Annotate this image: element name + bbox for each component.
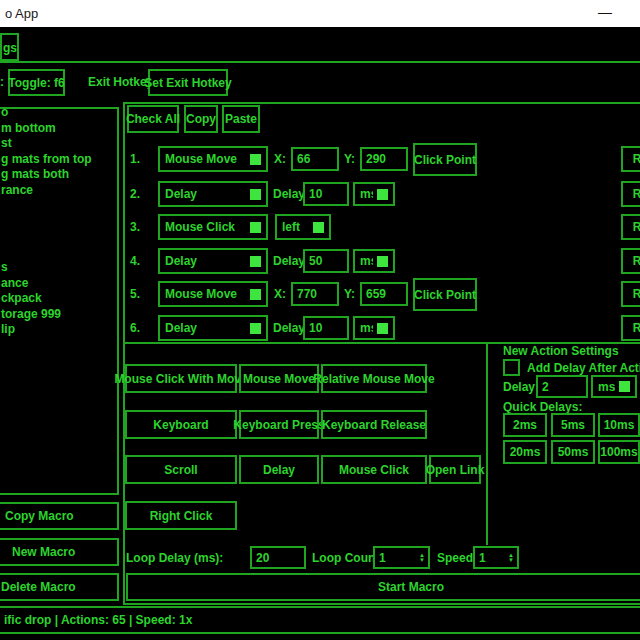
- macro-list[interactable]: o m bottom st g mats from top g mats bot…: [0, 107, 119, 495]
- click-point-button[interactable]: Click Point: [413, 143, 477, 176]
- macro-list-item[interactable]: rance: [1, 183, 117, 199]
- dropdown-square-icon: [250, 256, 261, 267]
- quick-delay-20ms-button[interactable]: 20ms: [503, 440, 547, 464]
- tab-content-border: [0, 61, 640, 63]
- add-delay-button[interactable]: Delay: [239, 455, 319, 484]
- copy-actions-button[interactable]: Copy: [184, 105, 218, 133]
- set-exit-hotkey-button[interactable]: Set Exit Hotkey: [148, 69, 228, 96]
- delay-input[interactable]: [303, 316, 349, 340]
- check-all-button[interactable]: Check All: [127, 105, 179, 133]
- macro-list-item[interactable]: st: [1, 136, 117, 152]
- tab-settings[interactable]: gs: [0, 33, 19, 61]
- new-delay-input[interactable]: [536, 375, 588, 398]
- add-keyboard-button[interactable]: Keyboard: [125, 410, 237, 439]
- quick-delay-2ms-button[interactable]: 2ms: [503, 413, 547, 437]
- start-macro-button[interactable]: Start Macro: [126, 573, 640, 601]
- action-row-index: 4.: [130, 254, 140, 268]
- delay-label: Delay: [273, 187, 305, 201]
- y-label: Y:: [344, 287, 355, 301]
- toggle-hotkey-button[interactable]: Toggle: f6: [8, 69, 65, 96]
- remove-action-button[interactable]: Remove: [621, 315, 640, 341]
- action-type-dropdown[interactable]: Mouse Click: [158, 214, 268, 240]
- delete-macro-button[interactable]: Delete Macro: [0, 573, 119, 601]
- new-delay-unit-dropdown[interactable]: ms: [591, 375, 637, 398]
- delay-input[interactable]: [303, 182, 349, 206]
- action-type-dropdown[interactable]: Delay: [158, 181, 268, 207]
- x-input[interactable]: [291, 147, 339, 171]
- delay-label: Delay: [273, 321, 305, 335]
- macro-list-item: [1, 214, 117, 230]
- dropdown-square-icon: [313, 222, 324, 233]
- add-relative-mouse-move-button[interactable]: Relative Mouse Move: [321, 364, 427, 393]
- quick-delay-50ms-button[interactable]: 50ms: [551, 440, 595, 464]
- add-mouse-click-with-move-button[interactable]: Mouse Click With Move: [125, 364, 237, 393]
- macro-list-item[interactable]: m bottom: [1, 121, 117, 137]
- add-mouse-click-button[interactable]: Mouse Click: [321, 455, 427, 484]
- quick-delay-10ms-button[interactable]: 10ms: [598, 413, 640, 437]
- add-keyboard-release-button[interactable]: Keyboard Release: [321, 410, 427, 439]
- loop-count-stepper[interactable]: 1 ▲ ▼: [373, 546, 430, 569]
- action-row-index: 5.: [130, 287, 140, 301]
- quick-delay-100ms-button[interactable]: 100ms: [598, 440, 640, 464]
- dropdown-square-icon: [250, 289, 261, 300]
- spinner-down-icon[interactable]: ▼: [508, 558, 514, 563]
- x-label: X:: [274, 287, 286, 301]
- add-keyboard-press-button[interactable]: Keyboard Press: [239, 410, 319, 439]
- macro-list-item[interactable]: g mats from top: [1, 152, 117, 168]
- quick-delays-label: Quick Delays:: [503, 400, 582, 414]
- new-macro-button[interactable]: New Macro: [0, 538, 119, 566]
- delay-unit-dropdown[interactable]: ms: [353, 316, 395, 340]
- macro-list-item[interactable]: s: [1, 260, 117, 276]
- action-type-dropdown[interactable]: Mouse Move: [158, 281, 268, 307]
- copy-macro-button[interactable]: Copy Macro: [0, 502, 119, 530]
- x-input[interactable]: [291, 282, 339, 306]
- x-label: X:: [274, 152, 286, 166]
- action-type-dropdown[interactable]: Delay: [158, 315, 268, 341]
- speed-stepper[interactable]: 1 ▲ ▼: [473, 546, 519, 569]
- macro-list-item[interactable]: torage 999: [1, 307, 117, 323]
- y-label: Y:: [344, 152, 355, 166]
- delay-unit-dropdown[interactable]: ms: [353, 249, 395, 273]
- remove-action-button[interactable]: Remove: [621, 281, 640, 307]
- mouse-button-dropdown[interactable]: left: [275, 214, 331, 240]
- add-open-link-button[interactable]: Open Link: [429, 455, 481, 484]
- add-right-click-button[interactable]: Right Click: [125, 501, 237, 530]
- status-bar: ific drop | Actions: 65 | Speed: 1x: [0, 606, 640, 634]
- add-scroll-button[interactable]: Scroll: [125, 455, 237, 484]
- delay-unit-dropdown[interactable]: ms: [353, 182, 395, 206]
- minimize-icon[interactable]: —: [588, 0, 622, 27]
- paste-actions-button[interactable]: Paste: [222, 105, 260, 133]
- remove-action-button[interactable]: Remove: [621, 181, 640, 207]
- remove-action-button[interactable]: Remove: [621, 248, 640, 274]
- macro-list-item[interactable]: ckpack: [1, 291, 117, 307]
- action-type-dropdown[interactable]: Delay: [158, 248, 268, 274]
- action-row-index: 3.: [130, 220, 140, 234]
- macro-list-item[interactable]: ance: [1, 276, 117, 292]
- dropdown-square-icon: [250, 323, 261, 334]
- new-delay-label: Delay:: [503, 380, 539, 394]
- action-type-dropdown[interactable]: Mouse Move: [158, 146, 268, 172]
- macro-list-item[interactable]: lip: [1, 322, 117, 338]
- delay-label: Delay: [273, 254, 305, 268]
- action-row-index: 1.: [130, 152, 140, 166]
- remove-action-button[interactable]: Remove: [621, 214, 640, 240]
- quick-delay-5ms-button[interactable]: 5ms: [551, 413, 595, 437]
- settings-divider: [486, 343, 488, 545]
- delay-input[interactable]: [303, 249, 349, 273]
- y-input[interactable]: [360, 147, 408, 171]
- click-point-button[interactable]: Click Point: [413, 278, 477, 311]
- remove-action-button[interactable]: Remove: [621, 146, 640, 172]
- dropdown-square-icon: [619, 381, 630, 392]
- dropdown-square-icon: [250, 154, 261, 165]
- macro-list-item[interactable]: g mats both: [1, 167, 117, 183]
- add-delay-checkbox[interactable]: [503, 359, 520, 376]
- add-mouse-move-button[interactable]: Mouse Move: [239, 364, 319, 393]
- macro-list-item[interactable]: o: [1, 107, 117, 121]
- dropdown-square-icon: [377, 323, 388, 334]
- y-input[interactable]: [360, 282, 408, 306]
- loop-delay-input[interactable]: [250, 546, 306, 569]
- status-text: ific drop | Actions: 65 | Speed: 1x: [0, 613, 192, 627]
- spinner-down-icon[interactable]: ▼: [419, 558, 425, 563]
- tab-label: gs: [3, 41, 17, 55]
- loop-delay-label: Loop Delay (ms):: [126, 551, 223, 565]
